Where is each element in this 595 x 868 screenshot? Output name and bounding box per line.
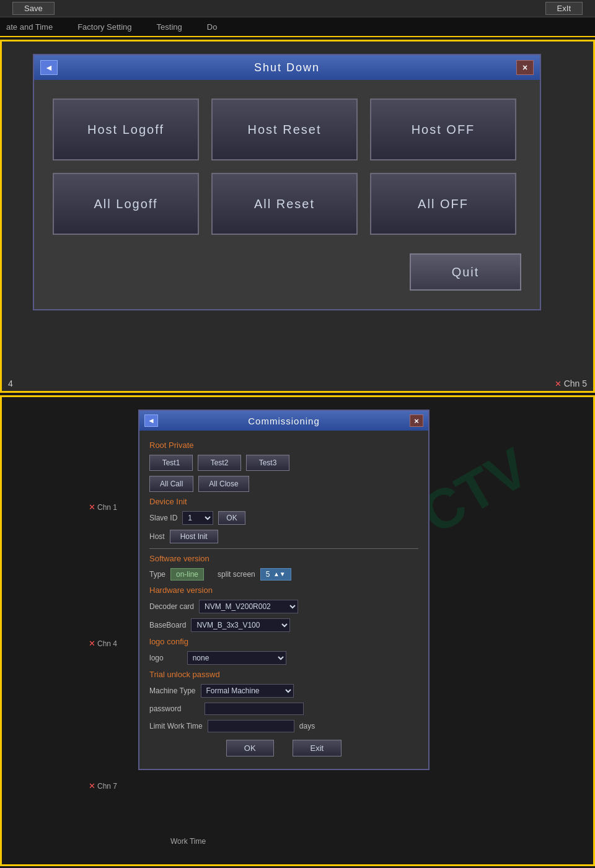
nav-factory-setting[interactable]: Factory Setting: [77, 22, 131, 32]
host-label: Host: [149, 532, 165, 541]
call-buttons: All Call All Close: [149, 476, 418, 492]
logo-select[interactable]: none: [187, 651, 286, 665]
all-logoff-button[interactable]: All Logoff: [53, 173, 199, 235]
software-version-heading: Software version: [149, 554, 418, 563]
password-input[interactable]: [205, 703, 304, 715]
chn1-label: ✕ Chn 1: [89, 502, 117, 512]
host-row: Host Host Init: [149, 530, 418, 543]
baseboard-row: BaseBoard NVM_B_3x3_V100: [149, 618, 418, 632]
nav-date-time[interactable]: ate and Time: [6, 22, 53, 32]
logo-row: logo none: [149, 651, 418, 665]
commissioning-dialog: ◄ Commissioning × Root Private Test1 Tes…: [138, 410, 430, 770]
section-top: FAKENIOCTV ◄ Shut Down × Host Logoff Hos…: [0, 40, 595, 393]
all-reset-button[interactable]: All Reset: [211, 173, 358, 235]
section1-bottom: 4 ✕ Chn 5: [2, 379, 593, 388]
slave-ok-button[interactable]: OK: [218, 511, 245, 525]
nav-bar: ate and Time Factory Setting Testing Do: [0, 17, 595, 37]
comm-titlebar: ◄ Commissioning ×: [139, 411, 428, 431]
x-icon-right: ✕: [555, 379, 562, 388]
x-icon-chn7: ✕: [89, 781, 95, 791]
shutdown-close-button[interactable]: ×: [516, 60, 534, 75]
nav-do[interactable]: Do: [207, 22, 218, 32]
comm-body: Root Private Test1 Test2 Test3 All Call …: [139, 431, 428, 769]
logo-config-heading: logo config: [149, 637, 418, 646]
shutdown-row-2: All Logoff All Reset All OFF: [53, 173, 521, 235]
limit-work-time-row: Limit Work Time days: [149, 720, 418, 732]
comm-close-button[interactable]: ×: [410, 414, 423, 427]
shutdown-dialog: ◄ Shut Down × Host Logoff Host Reset Hos…: [33, 54, 541, 310]
host-off-button[interactable]: Host OFF: [370, 99, 516, 160]
test1-button[interactable]: Test1: [149, 455, 193, 471]
comm-ok-button[interactable]: OK: [226, 740, 274, 756]
trial-unlock-heading: Trial unlock passwd: [149, 670, 418, 679]
online-badge: on-line: [170, 568, 204, 581]
work-time-label: Work Time: [170, 837, 206, 846]
baseboard-label: BaseBoard: [149, 621, 186, 629]
save-button[interactable]: Save: [12, 2, 55, 15]
shutdown-title: Shut Down: [58, 61, 516, 74]
machine-type-row: Machine Type Formal Machine: [149, 684, 418, 698]
test3-button[interactable]: Test3: [246, 455, 289, 471]
decoder-card-select[interactable]: NVM_M_V200R002: [199, 600, 298, 613]
type-label: Type: [149, 570, 165, 579]
section1-right-chn: ✕ Chn 5: [555, 379, 587, 388]
type-row: Type on-line split screen 5 ▲▼: [149, 568, 418, 581]
hardware-version-heading: Hardware version: [149, 585, 418, 595]
section-bottom: FAKENIOCTV ✕ Chn 1 ✕ Chn 4 ✕ Chn 7 ◄ Com…: [0, 395, 595, 866]
decoder-card-label: Decoder card: [149, 602, 194, 611]
decoder-card-row: Decoder card NVM_M_V200R002: [149, 600, 418, 613]
nav-testing[interactable]: Testing: [157, 22, 182, 32]
limit-work-time-label: Limit Work Time: [149, 722, 203, 730]
shutdown-body: Host Logoff Host Reset Host OFF All Logo…: [34, 80, 540, 309]
top-bar: Save ExIt: [0, 0, 595, 17]
shutdown-quit-row: Quit: [53, 253, 521, 291]
all-off-button[interactable]: All OFF: [370, 173, 516, 235]
quit-button[interactable]: Quit: [410, 253, 521, 291]
all-call-button[interactable]: All Call: [149, 476, 193, 492]
x-icon-chn1: ✕: [89, 502, 95, 512]
comm-footer: OK Exit: [149, 740, 418, 761]
comm-exit-button[interactable]: Exit: [293, 740, 342, 756]
limit-work-time-input[interactable]: [208, 720, 294, 732]
slave-id-select[interactable]: 1 2 3: [182, 511, 213, 525]
shutdown-titlebar: ◄ Shut Down ×: [34, 55, 540, 80]
split-spinbox[interactable]: 5 ▲▼: [260, 568, 291, 581]
root-private-heading: Root Private: [149, 441, 418, 450]
split-screen-label: split screen: [218, 570, 255, 579]
shutdown-row-1: Host Logoff Host Reset Host OFF: [53, 99, 521, 160]
host-logoff-button[interactable]: Host Logoff: [53, 99, 199, 160]
all-close-button[interactable]: All Close: [198, 476, 249, 492]
section1-left-label: 4: [8, 379, 13, 388]
exit-button[interactable]: ExIt: [545, 2, 583, 15]
shutdown-back-button[interactable]: ◄: [40, 60, 58, 75]
machine-type-select[interactable]: Formal Machine: [201, 684, 294, 698]
device-init-heading: Device Init: [149, 497, 418, 506]
baseboard-select[interactable]: NVM_B_3x3_V100: [191, 618, 290, 632]
test2-button[interactable]: Test2: [198, 455, 241, 471]
password-label: password: [149, 704, 181, 713]
host-init-button[interactable]: Host Init: [170, 530, 218, 543]
host-reset-button[interactable]: Host Reset: [211, 99, 358, 160]
days-label: days: [299, 722, 315, 730]
chn4-label: ✕ Chn 4: [89, 639, 117, 648]
comm-title: Commissioning: [158, 416, 410, 426]
password-row: password: [149, 703, 418, 715]
slave-id-label: Slave ID: [149, 514, 177, 522]
divider1: [149, 548, 418, 549]
chn7-label: ✕ Chn 7: [89, 781, 117, 791]
comm-back-button[interactable]: ◄: [144, 414, 158, 427]
logo-label: logo: [149, 654, 164, 662]
machine-type-label: Machine Type: [149, 686, 196, 695]
x-icon-chn4: ✕: [89, 639, 95, 648]
root-private-buttons: Test1 Test2 Test3: [149, 455, 418, 471]
slave-id-row: Slave ID 1 2 3 OK: [149, 511, 418, 525]
